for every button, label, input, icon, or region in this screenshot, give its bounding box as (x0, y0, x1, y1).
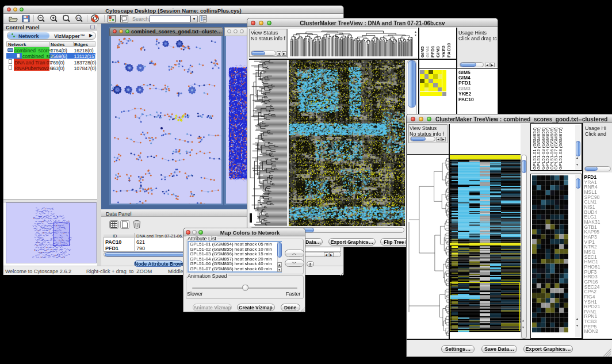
svg-text:1:1: 1:1 (76, 17, 81, 20)
